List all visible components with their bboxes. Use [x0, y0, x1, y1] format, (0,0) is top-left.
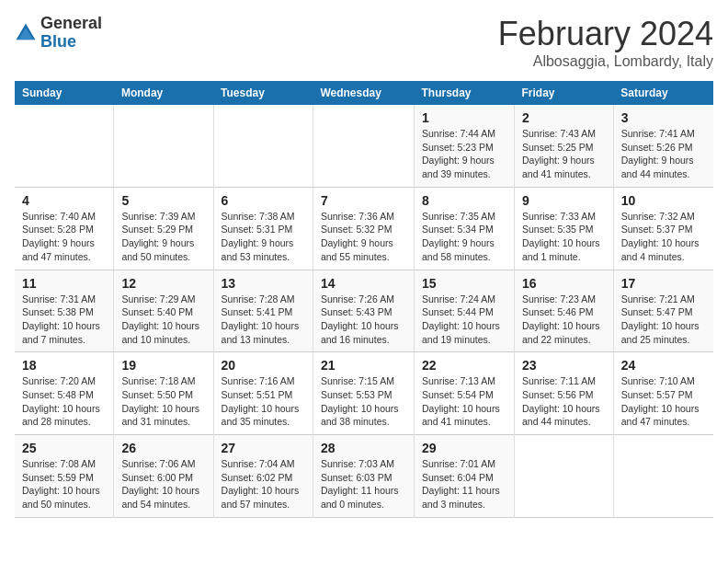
calendar-cell: 14Sunrise: 7:26 AM Sunset: 5:43 PM Dayli… — [313, 270, 414, 352]
calendar-cell: 12Sunrise: 7:29 AM Sunset: 5:40 PM Dayli… — [114, 270, 213, 352]
calendar-cell: 27Sunrise: 7:04 AM Sunset: 6:02 PM Dayli… — [213, 435, 313, 518]
day-number: 8 — [422, 193, 506, 208]
page-header: General Blue February 2024 Albosaggia, L… — [15, 15, 713, 70]
weekday-header-row: SundayMondayTuesdayWednesdayThursdayFrid… — [15, 81, 713, 105]
day-info: Sunrise: 7:33 AM Sunset: 5:35 PM Dayligh… — [522, 210, 606, 264]
day-number: 23 — [522, 358, 606, 373]
calendar-cell: 10Sunrise: 7:32 AM Sunset: 5:37 PM Dayli… — [613, 187, 713, 270]
day-info: Sunrise: 7:41 AM Sunset: 5:26 PM Dayligh… — [621, 127, 706, 181]
day-number: 4 — [22, 193, 106, 208]
day-number: 16 — [522, 276, 606, 291]
calendar-cell — [15, 105, 114, 187]
day-info: Sunrise: 7:44 AM Sunset: 5:23 PM Dayligh… — [422, 127, 506, 181]
day-number: 13 — [222, 276, 305, 291]
day-number: 15 — [422, 276, 506, 291]
calendar-week-row: 11Sunrise: 7:31 AM Sunset: 5:38 PM Dayli… — [15, 270, 713, 352]
logo-blue-text: Blue — [40, 32, 76, 51]
day-info: Sunrise: 7:26 AM Sunset: 5:43 PM Dayligh… — [321, 293, 406, 347]
day-info: Sunrise: 7:32 AM Sunset: 5:37 PM Dayligh… — [621, 210, 706, 264]
day-number: 7 — [321, 193, 406, 208]
day-number: 11 — [22, 276, 106, 291]
day-info: Sunrise: 7:43 AM Sunset: 5:25 PM Dayligh… — [522, 127, 606, 181]
calendar-cell: 9Sunrise: 7:33 AM Sunset: 5:35 PM Daylig… — [514, 187, 613, 270]
calendar-cell: 5Sunrise: 7:39 AM Sunset: 5:29 PM Daylig… — [114, 187, 213, 270]
calendar-cell: 13Sunrise: 7:28 AM Sunset: 5:41 PM Dayli… — [213, 270, 313, 352]
day-info: Sunrise: 7:23 AM Sunset: 5:46 PM Dayligh… — [522, 293, 606, 347]
calendar-cell: 7Sunrise: 7:36 AM Sunset: 5:32 PM Daylig… — [313, 187, 414, 270]
day-info: Sunrise: 7:11 AM Sunset: 5:56 PM Dayligh… — [522, 374, 606, 429]
calendar-title: February 2024 — [498, 15, 713, 53]
day-info: Sunrise: 7:31 AM Sunset: 5:38 PM Dayligh… — [22, 293, 106, 347]
weekday-header: Tuesday — [213, 81, 313, 105]
day-number: 14 — [321, 276, 406, 291]
calendar-cell: 8Sunrise: 7:35 AM Sunset: 5:34 PM Daylig… — [415, 187, 515, 270]
day-number: 6 — [222, 193, 305, 208]
day-number: 3 — [621, 110, 706, 125]
day-info: Sunrise: 7:01 AM Sunset: 6:04 PM Dayligh… — [422, 457, 506, 511]
calendar-cell: 2Sunrise: 7:43 AM Sunset: 5:25 PM Daylig… — [514, 105, 613, 187]
day-info: Sunrise: 7:28 AM Sunset: 5:41 PM Dayligh… — [222, 293, 305, 347]
calendar-cell — [213, 105, 313, 187]
day-number: 18 — [22, 358, 106, 373]
day-number: 19 — [121, 358, 205, 373]
day-info: Sunrise: 7:04 AM Sunset: 6:02 PM Dayligh… — [222, 457, 305, 511]
calendar-cell — [613, 435, 713, 518]
day-info: Sunrise: 7:13 AM Sunset: 5:54 PM Dayligh… — [422, 374, 506, 429]
calendar-cell: 28Sunrise: 7:03 AM Sunset: 6:03 PM Dayli… — [313, 435, 414, 518]
day-info: Sunrise: 7:08 AM Sunset: 5:59 PM Dayligh… — [22, 457, 106, 511]
day-info: Sunrise: 7:03 AM Sunset: 6:03 PM Dayligh… — [321, 457, 406, 511]
day-number: 27 — [222, 441, 305, 455]
day-number: 28 — [321, 441, 406, 455]
logo: General Blue — [15, 15, 102, 52]
calendar-week-row: 25Sunrise: 7:08 AM Sunset: 5:59 PM Dayli… — [15, 435, 713, 518]
calendar-cell: 21Sunrise: 7:15 AM Sunset: 5:53 PM Dayli… — [313, 352, 414, 435]
weekday-header: Monday — [114, 81, 213, 105]
title-section: February 2024 Albosaggia, Lombardy, Ital… — [498, 15, 713, 70]
day-number: 2 — [522, 110, 606, 125]
day-info: Sunrise: 7:18 AM Sunset: 5:50 PM Dayligh… — [121, 374, 205, 429]
calendar-cell: 24Sunrise: 7:10 AM Sunset: 5:57 PM Dayli… — [613, 352, 713, 435]
weekday-header: Thursday — [415, 81, 515, 105]
day-number: 9 — [522, 193, 606, 208]
calendar-cell: 25Sunrise: 7:08 AM Sunset: 5:59 PM Dayli… — [15, 435, 114, 518]
day-info: Sunrise: 7:24 AM Sunset: 5:44 PM Dayligh… — [422, 293, 506, 347]
calendar-cell: 22Sunrise: 7:13 AM Sunset: 5:54 PM Dayli… — [415, 352, 515, 435]
day-info: Sunrise: 7:38 AM Sunset: 5:31 PM Dayligh… — [222, 210, 305, 264]
calendar-week-row: 4Sunrise: 7:40 AM Sunset: 5:28 PM Daylig… — [15, 187, 713, 270]
calendar-cell: 3Sunrise: 7:41 AM Sunset: 5:26 PM Daylig… — [613, 105, 713, 187]
day-info: Sunrise: 7:40 AM Sunset: 5:28 PM Dayligh… — [22, 210, 106, 264]
day-number: 20 — [222, 358, 305, 373]
day-info: Sunrise: 7:21 AM Sunset: 5:47 PM Dayligh… — [621, 293, 706, 347]
calendar-cell: 19Sunrise: 7:18 AM Sunset: 5:50 PM Dayli… — [114, 352, 213, 435]
weekday-header: Friday — [514, 81, 613, 105]
calendar-cell — [114, 105, 213, 187]
calendar-cell: 6Sunrise: 7:38 AM Sunset: 5:31 PM Daylig… — [213, 187, 313, 270]
calendar-cell: 20Sunrise: 7:16 AM Sunset: 5:51 PM Dayli… — [213, 352, 313, 435]
day-info: Sunrise: 7:16 AM Sunset: 5:51 PM Dayligh… — [222, 374, 305, 429]
day-info: Sunrise: 7:15 AM Sunset: 5:53 PM Dayligh… — [321, 374, 406, 429]
calendar-cell: 26Sunrise: 7:06 AM Sunset: 6:00 PM Dayli… — [114, 435, 213, 518]
calendar-cell: 23Sunrise: 7:11 AM Sunset: 5:56 PM Dayli… — [514, 352, 613, 435]
calendar-cell: 11Sunrise: 7:31 AM Sunset: 5:38 PM Dayli… — [15, 270, 114, 352]
calendar-cell: 29Sunrise: 7:01 AM Sunset: 6:04 PM Dayli… — [415, 435, 515, 518]
logo-icon — [15, 22, 37, 44]
day-info: Sunrise: 7:20 AM Sunset: 5:48 PM Dayligh… — [22, 374, 106, 429]
day-number: 25 — [22, 441, 106, 455]
calendar-cell: 17Sunrise: 7:21 AM Sunset: 5:47 PM Dayli… — [613, 270, 713, 352]
weekday-header: Wednesday — [313, 81, 414, 105]
day-number: 24 — [621, 358, 706, 373]
calendar-cell: 4Sunrise: 7:40 AM Sunset: 5:28 PM Daylig… — [15, 187, 114, 270]
calendar-week-row: 18Sunrise: 7:20 AM Sunset: 5:48 PM Dayli… — [15, 352, 713, 435]
day-number: 12 — [121, 276, 205, 291]
calendar-cell: 15Sunrise: 7:24 AM Sunset: 5:44 PM Dayli… — [415, 270, 515, 352]
weekday-header: Sunday — [15, 81, 114, 105]
day-number: 26 — [121, 441, 205, 455]
day-number: 22 — [422, 358, 506, 373]
day-info: Sunrise: 7:29 AM Sunset: 5:40 PM Dayligh… — [121, 293, 205, 347]
day-number: 5 — [121, 193, 205, 208]
calendar-week-row: 1Sunrise: 7:44 AM Sunset: 5:23 PM Daylig… — [15, 105, 713, 187]
calendar-cell — [514, 435, 613, 518]
day-info: Sunrise: 7:39 AM Sunset: 5:29 PM Dayligh… — [121, 210, 205, 264]
calendar-cell: 1Sunrise: 7:44 AM Sunset: 5:23 PM Daylig… — [415, 105, 515, 187]
day-info: Sunrise: 7:36 AM Sunset: 5:32 PM Dayligh… — [321, 210, 406, 264]
